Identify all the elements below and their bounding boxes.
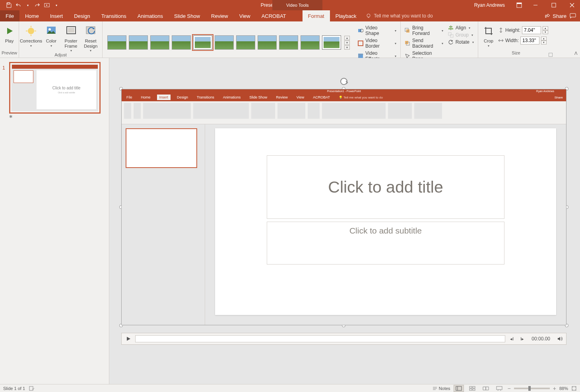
poster-frame-button[interactable]: Poster Frame▾ — [62, 23, 80, 52]
svg-rect-23 — [358, 41, 363, 46]
video-style-8[interactable] — [258, 35, 277, 50]
rotate-button[interactable]: Rotate▾ — [446, 39, 475, 45]
width-down[interactable]: ▾ — [541, 41, 547, 44]
contextual-tools-label: Video Tools — [272, 0, 322, 10]
video-style-4[interactable] — [172, 35, 191, 50]
zoom-in-button[interactable]: + — [553, 385, 556, 392]
video-style-2[interactable] — [129, 35, 148, 50]
share-icon — [545, 13, 550, 19]
minimize-button[interactable] — [528, 0, 543, 10]
tab-playback[interactable]: Playback — [330, 10, 362, 21]
video-style-3[interactable] — [150, 35, 169, 50]
bring-forward-button[interactable]: Bring Forward▾ — [403, 25, 445, 37]
undo-icon[interactable] — [16, 2, 21, 8]
step-back-button[interactable]: ◂Ⅰ — [508, 335, 516, 343]
comments-icon[interactable] — [570, 13, 576, 19]
send-backward-button[interactable]: Send Backward▾ — [403, 37, 445, 49]
tab-design[interactable]: Design — [68, 10, 95, 21]
tab-slideshow[interactable]: Slide Show — [169, 10, 206, 21]
tab-insert[interactable]: Insert — [45, 10, 69, 21]
zoom-out-button[interactable]: − — [508, 385, 511, 392]
collapse-ribbon-icon[interactable]: ᐱ — [574, 51, 578, 56]
crop-button[interactable]: Crop▾ — [481, 23, 497, 48]
video-shape-button[interactable]: Video Shape▾ — [356, 25, 398, 37]
slide-sorter-button[interactable] — [467, 385, 477, 392]
tab-file[interactable]: File — [0, 10, 19, 21]
gallery-up-button[interactable]: ▴ — [344, 36, 350, 40]
reading-view-button[interactable] — [481, 385, 491, 392]
video-style-1[interactable] — [107, 35, 126, 50]
tab-view[interactable]: View — [234, 10, 256, 21]
notes-button[interactable]: Notes — [433, 386, 450, 391]
rotate-handle[interactable] — [340, 78, 347, 85]
video-style-6[interactable] — [215, 35, 234, 50]
zoom-level[interactable]: 88% — [559, 386, 568, 391]
video-style-7[interactable] — [236, 35, 255, 50]
gallery-down-button[interactable]: ▾ — [344, 41, 350, 45]
tell-me[interactable]: Tell me what you want to do — [362, 10, 438, 21]
start-from-beginning-icon[interactable] — [44, 2, 50, 8]
signed-in-user[interactable]: Ryan Andrews — [474, 2, 505, 8]
lightbulb-icon — [366, 13, 371, 19]
inner-share: Share — [555, 96, 563, 99]
seek-bar[interactable] — [135, 335, 505, 342]
video-style-9[interactable] — [279, 35, 298, 50]
slide-thumbnail-1[interactable]: Click to add titleClick to add subtitle — [9, 62, 101, 114]
share-button[interactable]: Share — [545, 13, 566, 19]
svg-rect-44 — [473, 389, 475, 390]
width-spinner: ▴▾ — [541, 37, 547, 44]
step-forward-button[interactable]: Ⅰ▸ — [518, 335, 526, 343]
tab-home[interactable]: Home — [19, 10, 45, 21]
qat-customize-icon[interactable]: ▾ — [54, 2, 59, 8]
play-button[interactable] — [124, 334, 133, 343]
width-up[interactable]: ▴ — [541, 37, 547, 41]
undo-dropdown-icon[interactable]: ▾ — [25, 2, 31, 8]
tab-format[interactable]: Format — [303, 10, 330, 21]
video-style-5[interactable] — [193, 35, 212, 50]
slide-counter[interactable]: Slide 1 of 1 — [3, 386, 25, 391]
zoom-slider[interactable] — [514, 388, 550, 389]
tab-animations[interactable]: Animations — [132, 10, 169, 21]
gallery-more-button[interactable]: ▾ — [344, 45, 350, 50]
reset-design-button[interactable]: Reset Design▾ — [81, 23, 100, 52]
slide-thumbnails-pane[interactable]: 1 Click to add titleClick to add subtitl… — [0, 58, 109, 384]
tab-acrobat[interactable]: ACROBAT — [256, 10, 292, 21]
video-style-11[interactable] — [322, 35, 341, 50]
slideshow-view-button[interactable] — [494, 385, 504, 392]
video-style-10[interactable] — [301, 35, 320, 50]
video-object[interactable]: Presentation1 - PowerPoint Ryan Andrews … — [121, 89, 566, 325]
spellcheck-icon[interactable] — [29, 386, 35, 391]
volume-button[interactable] — [556, 335, 564, 343]
inner-tab-transitions: Transitions — [194, 95, 217, 100]
color-button[interactable]: Color▾ — [42, 23, 60, 48]
play-preview-button[interactable]: Play — [2, 23, 16, 44]
corrections-button[interactable]: Corrections▾ — [21, 23, 41, 48]
inner-main: Click to add title Click to add subtitle — [122, 124, 566, 325]
tab-review[interactable]: Review — [206, 10, 234, 21]
dialog-launcher-size[interactable] — [549, 53, 553, 57]
width-input[interactable] — [520, 37, 539, 44]
ribbon-body: Play Preview Corrections▾ Color▾ Poster … — [0, 21, 580, 58]
height-up[interactable]: ▴ — [543, 26, 548, 30]
align-button[interactable]: Align▾ — [446, 25, 475, 31]
slide-canvas[interactable]: Presentation1 - PowerPoint Ryan Andrews … — [109, 58, 580, 384]
inner-tab-view: View — [294, 95, 306, 100]
play-icon — [3, 25, 16, 37]
crop-icon — [482, 25, 495, 37]
maximize-button[interactable] — [546, 0, 562, 10]
height-input[interactable] — [522, 26, 541, 34]
normal-view-button[interactable] — [454, 385, 464, 392]
main-area: 1 Click to add titleClick to add subtitl… — [0, 58, 580, 384]
height-down[interactable]: ▾ — [543, 30, 548, 34]
close-button[interactable] — [564, 0, 580, 10]
video-format-stack: Video Shape▾ Video Border▾ Video Effects… — [356, 23, 398, 62]
ribbon-display-options-icon[interactable] — [513, 0, 525, 10]
tab-transitions[interactable]: Transitions — [96, 10, 132, 21]
svg-rect-31 — [449, 26, 452, 27]
fit-to-window-button[interactable] — [571, 386, 577, 391]
svg-rect-19 — [68, 28, 74, 33]
save-icon[interactable] — [6, 2, 12, 8]
video-border-button[interactable]: Video Border▾ — [356, 37, 398, 49]
animation-star-icon[interactable]: ✱ — [9, 114, 101, 119]
redo-icon[interactable] — [35, 2, 40, 8]
